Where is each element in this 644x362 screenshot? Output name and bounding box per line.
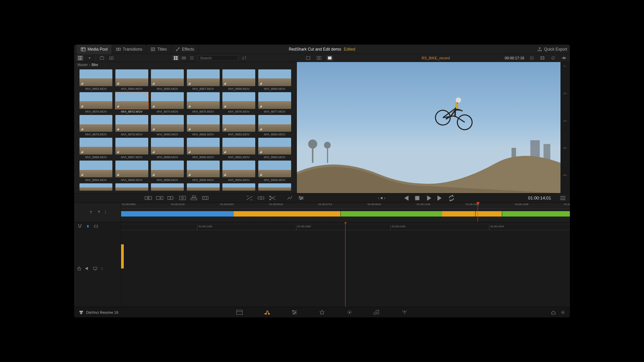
timeline-segment[interactable]: [476, 211, 502, 217]
breadcrumb-root[interactable]: Master: [77, 63, 88, 67]
clip-thumbnail[interactable]: MVI_8904.MOV: [222, 161, 256, 182]
tools-split-button[interactable]: [257, 195, 265, 201]
bin-layout-dropdown[interactable]: [86, 55, 93, 61]
lock-icon[interactable]: [77, 266, 82, 271]
text-tool-icon[interactable]: [89, 210, 93, 215]
clip-thumbnail[interactable]: MVI_8896.MOV: [115, 161, 149, 182]
strip-view-button[interactable]: [180, 55, 187, 61]
import-media-button[interactable]: [99, 55, 105, 61]
page-fusion[interactable]: [318, 309, 326, 316]
clip-thumbnail[interactable]: MVI_8893.MOV: [258, 138, 292, 159]
lower-timeline[interactable]: 1 01:00:110601:00:130201:00:142801:00:16…: [74, 222, 570, 307]
place-on-top-button[interactable]: [190, 195, 198, 201]
tools-dissolve-button[interactable]: [246, 195, 253, 201]
timeline-options-button[interactable]: [298, 195, 305, 201]
timeline-menu-button[interactable]: [559, 195, 567, 201]
timeline-segment[interactable]: [341, 211, 442, 217]
speaker-icon[interactable]: [85, 266, 90, 271]
source-overwrite-button[interactable]: [202, 195, 209, 201]
clip-thumbnail[interactable]: MVI_8874.MOV: [150, 92, 185, 114]
upper-timeline[interactable]: 1 01:00:000001:00:012601:00:032201:00:05…: [74, 203, 570, 222]
sort-button[interactable]: [241, 55, 248, 61]
viewer-options-button[interactable]: [528, 55, 535, 61]
tab-effects[interactable]: Effects: [171, 45, 199, 54]
clip-thumbnail[interactable]: [258, 183, 292, 191]
tab-titles[interactable]: Titles: [147, 45, 171, 54]
play-button[interactable]: [425, 195, 432, 201]
clip-thumbnail[interactable]: MVI_8905.MOV: [258, 161, 292, 182]
clip-thumbnail[interactable]: MVI_8886.MOV: [79, 138, 113, 159]
clip-thumbnail[interactable]: MVI_8875.MOV: [186, 92, 221, 114]
clip-thumbnail[interactable]: MVI_8872.MOV: [115, 92, 149, 114]
clip-thumbnail[interactable]: MVI_8869.MOV: [258, 69, 292, 91]
smart-insert-button[interactable]: [145, 195, 152, 201]
clip-thumbnail[interactable]: [222, 183, 256, 191]
clip-thumbnail[interactable]: [115, 183, 149, 191]
tools-cut-button[interactable]: [269, 195, 276, 201]
stop-button[interactable]: [414, 195, 421, 201]
mute-button[interactable]: [560, 55, 567, 61]
clip-thumbnail[interactable]: MVI_8878.MOV: [79, 115, 113, 136]
clip-thumbnail[interactable]: MVI_8879.MOV: [115, 115, 149, 136]
new-bin-button[interactable]: [108, 55, 115, 61]
loop-button[interactable]: [448, 195, 455, 201]
page-edit[interactable]: [291, 309, 298, 316]
viewer-mode-source[interactable]: [305, 55, 312, 61]
clip-thumbnail[interactable]: MVI_8877.MOV: [258, 92, 292, 114]
clip-thumbnail[interactable]: MVI_8900.MOV: [186, 161, 221, 182]
jump-end-button[interactable]: [436, 195, 444, 201]
page-deliver[interactable]: [401, 309, 408, 316]
timeline-segment[interactable]: [234, 211, 340, 217]
snap-icon[interactable]: [86, 224, 90, 229]
close-up-button[interactable]: [179, 195, 186, 201]
clip-thumbnail[interactable]: [79, 183, 113, 191]
clip-thumbnail[interactable]: MVI_8890.MOV: [186, 138, 221, 159]
tab-media-pool[interactable]: Media Pool: [77, 45, 112, 54]
clip-thumbnail[interactable]: MVI_8867.MOV: [186, 69, 221, 91]
page-color[interactable]: [346, 309, 353, 316]
clip-thumbnail[interactable]: MVI_8883.MOV: [222, 115, 256, 136]
timeline-segment[interactable]: [502, 211, 570, 217]
clip-thumbnail[interactable]: MVI_8882.MOV: [186, 115, 221, 136]
clip-thumbnail[interactable]: MVI_8876.MOV: [222, 92, 256, 114]
jump-start-button[interactable]: [402, 195, 410, 201]
search-input[interactable]: [198, 55, 238, 61]
page-fairlight[interactable]: [373, 309, 381, 316]
clip-thumbnail[interactable]: [186, 183, 221, 191]
upper-track[interactable]: [121, 211, 570, 217]
breadcrumb-current[interactable]: Bike: [92, 63, 98, 67]
timeline-timecode[interactable]: 01:00:14;01: [528, 195, 551, 200]
bin-layout-button[interactable]: [77, 55, 84, 61]
timeline-segment[interactable]: [121, 211, 234, 217]
page-media[interactable]: [236, 309, 243, 316]
breadcrumb[interactable]: Master › Bike: [74, 62, 297, 67]
monitor-icon[interactable]: [93, 266, 98, 271]
link-icon[interactable]: [94, 224, 98, 229]
append-button[interactable]: [156, 195, 163, 201]
clip-thumbnail[interactable]: MVI_8863.MOV: [79, 69, 113, 91]
tab-transitions[interactable]: Transitions: [112, 45, 147, 54]
timeline-segment[interactable]: [442, 211, 475, 217]
clip-thumbnail[interactable]: MVI_8898.MOV: [150, 161, 185, 182]
marker-tool-icon[interactable]: [97, 210, 101, 215]
clip-thumbnail[interactable]: MVI_8865.MOV: [150, 69, 185, 91]
home-icon[interactable]: [551, 310, 556, 315]
clip-thumbnail[interactable]: MVI_8880.MOV: [150, 115, 185, 136]
viewer[interactable]: [297, 62, 560, 193]
page-cut[interactable]: [263, 309, 271, 316]
timeline-clip[interactable]: [122, 244, 124, 268]
clip-thumbnail[interactable]: MVI_8864.MOV: [115, 69, 149, 91]
ripple-overwrite-button[interactable]: [167, 195, 175, 201]
clip-thumbnail[interactable]: MVI_8870.MOV: [79, 92, 113, 114]
settings-icon[interactable]: [560, 310, 565, 315]
clip-grid[interactable]: MVI_8863.MOVMVI_8864.MOVMVI_8865.MOVMVI_…: [74, 67, 297, 193]
viewer-pager[interactable]: ‹›: [378, 196, 385, 200]
clip-thumbnail[interactable]: [150, 183, 185, 191]
clip-thumbnail[interactable]: MVI_8884.MOV: [258, 115, 292, 136]
boring-detector-button[interactable]: [286, 195, 293, 201]
clip-thumbnail[interactable]: MVI_8887.MOV: [115, 138, 149, 159]
clip-thumbnail[interactable]: MVI_8894.MOV: [79, 161, 113, 182]
safe-area-button[interactable]: [539, 55, 546, 61]
bypass-button[interactable]: [550, 55, 556, 61]
viewer-mode-timeline[interactable]: [326, 55, 333, 61]
